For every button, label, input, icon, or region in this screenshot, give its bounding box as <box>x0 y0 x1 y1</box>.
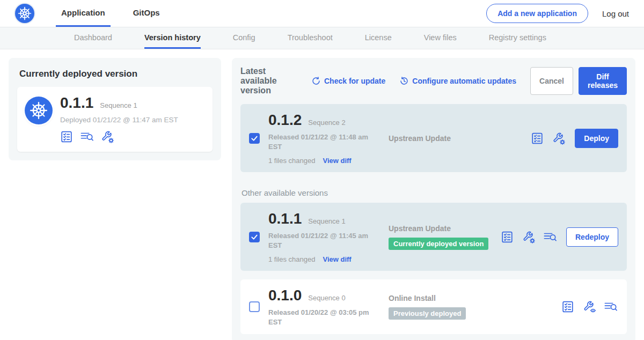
tab-gitops[interactable]: GitOps <box>128 0 165 27</box>
subnav-tab-license[interactable]: License <box>365 27 392 49</box>
latest-version-title: Latest available version <box>240 66 304 95</box>
deployed-card-title: Currently deployed version <box>19 69 213 79</box>
view-diff-link[interactable]: View diff <box>323 255 351 263</box>
files-changed-label: 1 files changed <box>268 255 315 263</box>
kubernetes-logo-icon <box>15 4 34 23</box>
sequence-label: Sequence 2 <box>308 119 345 127</box>
app-subnav: Dashboard Version history Config Trouble… <box>0 27 644 49</box>
version-number: 0.1.0 <box>268 287 302 304</box>
checklist-icon[interactable] <box>531 132 544 145</box>
deployed-sequence-label: Sequence 1 <box>100 101 137 109</box>
checklist-icon[interactable] <box>60 130 73 143</box>
version-row-0-1-1: 0.1.1 Sequence 1 Released 01/21/22 @ 11:… <box>240 203 627 271</box>
logout-button[interactable]: Log out <box>602 9 629 18</box>
version-history-panel: Latest available version Check for updat… <box>232 58 635 340</box>
topnav-right: Add a new application Log out <box>486 0 629 27</box>
top-navbar: Application GitOps Add a new application… <box>0 0 644 27</box>
subnav-tab-config[interactable]: Config <box>233 27 255 49</box>
version-number: 0.1.2 <box>268 112 302 129</box>
sequence-label: Sequence 0 <box>308 294 345 302</box>
currently-deployed-badge: Currently deployed version <box>389 238 488 250</box>
version-source-label: Upstream Update <box>389 224 451 233</box>
check-for-update-link[interactable]: Check for update <box>311 76 385 86</box>
sequence-label: Sequence 1 <box>308 217 345 225</box>
version-checkbox[interactable] <box>249 232 260 242</box>
redeploy-button[interactable]: Redeploy <box>566 227 618 247</box>
lines-magnifier-icon[interactable] <box>604 300 617 313</box>
checklist-icon[interactable] <box>561 300 574 313</box>
subnav-tab-view-files[interactable]: View files <box>424 27 457 49</box>
checklist-icon[interactable] <box>501 231 514 243</box>
version-number: 0.1.1 <box>268 210 302 227</box>
wrench-gear-icon[interactable] <box>552 132 565 145</box>
view-diff-link[interactable]: View diff <box>323 157 351 165</box>
previously-deployed-badge: Previously deployed <box>389 307 466 320</box>
deployed-version-number: 0.1.1 <box>60 94 93 112</box>
main-content: Currently deployed version 0.1.1 Sequenc… <box>0 49 644 340</box>
version-row-0-1-2: 0.1.2 Sequence 2 Released 01/21/22 @ 11:… <box>240 104 627 172</box>
kubernetes-app-icon <box>25 97 53 124</box>
tab-application[interactable]: Application <box>56 0 111 27</box>
files-changed-label: 1 files changed <box>268 157 315 165</box>
wrench-eye-icon[interactable] <box>583 300 596 313</box>
diff-releases-button[interactable]: Diff releases <box>579 67 627 95</box>
currently-deployed-card: Currently deployed version 0.1.1 Sequenc… <box>9 58 221 160</box>
version-row-0-1-0: 0.1.0 Sequence 0 Released 01/20/22 @ 03:… <box>240 279 627 334</box>
topnav-tabs: Application GitOps <box>56 0 165 27</box>
subnav-tab-dashboard[interactable]: Dashboard <box>74 27 112 49</box>
configure-automatic-updates-link[interactable]: Configure automatic updates <box>399 76 516 86</box>
refresh-icon <box>311 76 321 86</box>
latest-version-header: Latest available version Check for updat… <box>240 66 627 95</box>
clock-refresh-icon <box>399 76 409 86</box>
released-timestamp: Released 01/20/22 @ 03:05 pm EST <box>268 308 373 327</box>
version-source-label: Online Install <box>389 294 436 302</box>
version-source-label: Upstream Update <box>389 134 451 143</box>
version-checkbox[interactable] <box>249 301 260 312</box>
deployed-timestamp: Deployed 01/21/22 @ 11:47 am EST <box>60 116 178 124</box>
subnav-tab-registry-settings[interactable]: Registry settings <box>489 27 546 49</box>
wrench-gear-icon[interactable] <box>522 231 535 243</box>
app-logo[interactable] <box>15 0 34 27</box>
lines-magnifier-icon[interactable] <box>544 231 557 243</box>
wrench-gear-icon[interactable] <box>101 130 114 143</box>
released-timestamp: Released 01/21/22 @ 11:48 am EST <box>268 132 373 151</box>
deployed-version-tile: 0.1.1 Sequence 1 Deployed 01/21/22 @ 11:… <box>17 87 213 152</box>
subnav-tab-version-history[interactable]: Version history <box>144 27 201 49</box>
lines-magnifier-icon[interactable] <box>80 130 93 143</box>
released-timestamp: Released 01/21/22 @ 11:45 am EST <box>268 231 373 250</box>
add-new-application-button[interactable]: Add a new application <box>486 4 588 23</box>
deploy-button[interactable]: Deploy <box>575 129 618 148</box>
other-versions-title: Other available versions <box>241 188 627 197</box>
cancel-button[interactable]: Cancel <box>530 67 573 95</box>
version-checkbox[interactable] <box>249 133 260 144</box>
subnav-tab-troubleshoot[interactable]: Troubleshoot <box>288 27 333 49</box>
